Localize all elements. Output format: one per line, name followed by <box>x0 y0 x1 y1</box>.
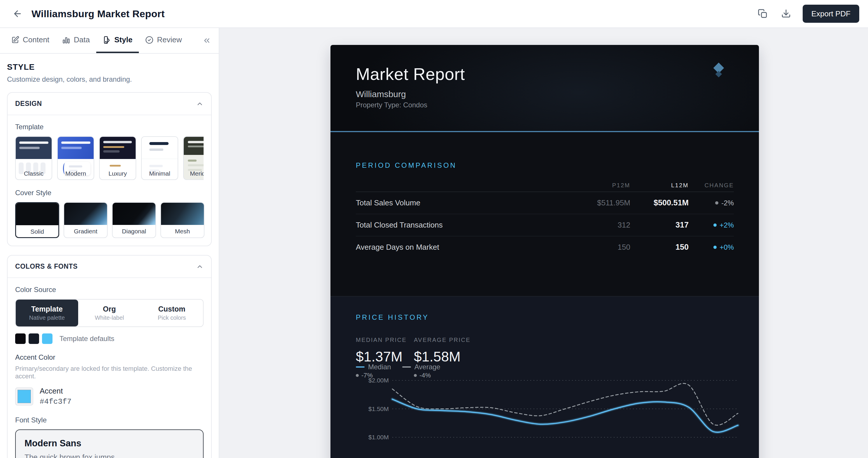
price-history-chart: $2.00M$1.50M$1.00M <box>354 374 742 458</box>
accent-color-swatch <box>18 390 31 403</box>
app-header: Williamsburg Market Report Export PDF <box>0 0 868 28</box>
edit-icon <box>11 36 19 44</box>
template-thumb <box>16 137 52 159</box>
segment-subtitle: White-label <box>95 314 124 321</box>
report-title: Market Report <box>356 64 465 84</box>
svg-text:$2.00M: $2.00M <box>368 377 389 384</box>
font-style-label: Font Style <box>15 416 204 424</box>
average-line-swatch <box>402 366 411 368</box>
segment-title: Custom <box>158 305 185 313</box>
tab-data[interactable]: Data <box>56 28 96 53</box>
change-dot-icon <box>715 201 718 205</box>
accent-help-text: Primary/secondary are locked for this te… <box>15 365 204 380</box>
template-option-label: Modern <box>58 170 94 177</box>
tab-style[interactable]: Style <box>96 28 139 53</box>
segment-title: Template <box>31 305 63 313</box>
tab-review[interactable]: Review <box>139 28 188 53</box>
style-swatch-icon <box>103 36 111 44</box>
template-option-label: Minimal <box>142 170 178 177</box>
legend-item-median: Median <box>356 363 391 371</box>
cover-swatch <box>113 203 155 225</box>
cover-style-list: Solid Gradient Diagonal Mesh <box>15 202 204 238</box>
template-option-luxury[interactable]: Luxury <box>99 136 136 180</box>
accent-color-picker[interactable] <box>15 388 33 405</box>
template-thumb <box>100 137 135 159</box>
row-p12m-value: 312 <box>566 220 630 230</box>
table-row: Total Sales Volume $511.95M $500.51M -2% <box>356 192 734 214</box>
design-section: DESIGN Template Classic <box>7 92 212 246</box>
table-row: Average Days on Market 150 150 +0% <box>356 236 734 258</box>
font-option-name: Modern Sans <box>25 438 194 449</box>
tab-review-label: Review <box>157 35 182 44</box>
color-source-org[interactable]: Org White-label <box>78 300 141 327</box>
preview-canvas: Market Report Williamsburg Property Type… <box>219 28 868 458</box>
row-p12m-value: $511.95M <box>566 199 630 207</box>
cover-option-label: Diagonal <box>113 225 155 238</box>
accent-hex-value: #4fc3f7 <box>40 397 71 406</box>
median-line-swatch <box>356 366 365 368</box>
price-history-heading: PRICE HISTORY <box>356 313 429 322</box>
cover-option-mesh[interactable]: Mesh <box>160 202 205 238</box>
row-change-value: +2% <box>689 221 734 229</box>
page-title: Williamsburg Market Report <box>31 8 164 20</box>
table-header-row: P12M L12M CHANGE <box>356 179 734 192</box>
check-circle-icon <box>145 36 153 44</box>
template-option-minimal[interactable]: Minimal <box>141 136 178 180</box>
tab-content[interactable]: Content <box>5 28 56 53</box>
colors-fonts-section-header[interactable]: COLORS & FONTS <box>8 255 211 278</box>
column-header-change: CHANGE <box>689 182 734 189</box>
collapse-panel-button[interactable] <box>199 28 214 53</box>
template-option-meridian[interactable]: Meridian <box>183 136 204 180</box>
design-section-header[interactable]: DESIGN <box>8 93 211 115</box>
template-option-label: Meridian <box>184 170 204 177</box>
template-option-label: Classic <box>16 170 52 177</box>
download-icon <box>781 9 791 19</box>
segment-subtitle: Pick colors <box>158 314 186 321</box>
row-label: Total Sales Volume <box>356 199 566 207</box>
row-p12m-value: 150 <box>566 243 630 252</box>
color-source-segmented: Template Native palette Org White-label … <box>15 299 204 327</box>
template-palette: Template defaults <box>15 333 204 344</box>
stat-value: $1.37M <box>356 348 407 365</box>
arrow-left-icon <box>12 9 23 19</box>
cover-option-diagonal[interactable]: Diagonal <box>112 202 156 238</box>
column-header-l12m: L12M <box>630 182 689 189</box>
palette-note: Template defaults <box>60 335 114 343</box>
report-cover: Market Report Williamsburg Property Type… <box>331 45 759 131</box>
chevron-up-icon <box>196 100 204 108</box>
period-comparison-table: P12M L12M CHANGE Total Sales Volume $511… <box>356 179 734 258</box>
color-source-template[interactable]: Template Native palette <box>16 300 78 327</box>
template-option-modern[interactable]: Modern <box>57 136 94 180</box>
back-button[interactable] <box>11 7 24 20</box>
palette-swatch-primary <box>15 333 26 344</box>
period-comparison-section: PERIOD COMPARISON P12M L12M CHANGE Total… <box>331 132 759 296</box>
download-button[interactable] <box>779 7 793 21</box>
template-label: Template <box>15 123 204 131</box>
font-option-modern-sans[interactable]: Modern Sans The quick brown fox jumps <box>15 429 204 458</box>
brand-diamond-icon <box>713 63 724 81</box>
stat-label: AVERAGE PRICE <box>414 337 470 343</box>
cover-swatch <box>16 203 58 225</box>
change-dot-icon <box>713 246 717 249</box>
color-source-custom[interactable]: Custom Pick colors <box>141 300 203 327</box>
style-sidebar: Content Data Style Review STYLE Customiz… <box>0 28 219 458</box>
bar-chart-icon <box>62 36 70 44</box>
cover-option-solid[interactable]: Solid <box>15 202 59 238</box>
cover-swatch <box>64 203 107 225</box>
color-source-label: Color Source <box>15 285 204 294</box>
template-option-classic[interactable]: Classic <box>15 136 52 180</box>
style-heading: STYLE <box>7 62 212 72</box>
segment-title: Org <box>103 305 116 313</box>
period-comparison-heading: PERIOD COMPARISON <box>356 161 457 170</box>
price-history-section: PRICE HISTORY MEDIAN PRICE $1.37M -7% AV… <box>331 296 759 458</box>
cover-option-label: Mesh <box>161 225 204 238</box>
average-price-stat: AVERAGE PRICE $1.58M -4% <box>414 337 470 379</box>
report-property-type: Property Type: Condos <box>356 101 427 109</box>
export-pdf-button[interactable]: Export PDF <box>803 5 859 23</box>
template-option-label: Luxury <box>100 170 135 177</box>
cover-option-gradient[interactable]: Gradient <box>64 202 107 238</box>
cover-option-label: Gradient <box>64 225 107 238</box>
accent-name: Accent <box>40 387 71 396</box>
sidebar-tabbar: Content Data Style Review <box>0 28 219 54</box>
copy-button[interactable] <box>756 7 769 21</box>
